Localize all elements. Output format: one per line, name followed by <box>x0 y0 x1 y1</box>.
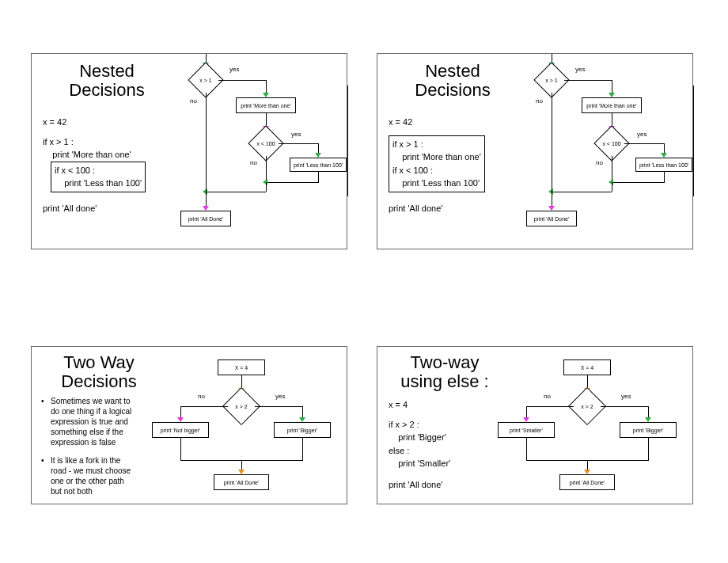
code-block: x = 42 if x > 1 : print 'More than one' … <box>43 116 146 215</box>
code-line: if x < 100 : <box>392 164 481 177</box>
process-all-done: print 'All Done' <box>526 211 577 226</box>
code-line: print 'All done' <box>389 478 450 492</box>
code-line: print 'Less than 100' <box>392 177 481 190</box>
bullet-item: Sometimes we want to do one thing if a l… <box>41 396 136 447</box>
label-yes: yes <box>575 66 585 73</box>
bullet-item: It is like a fork in the road - we must … <box>41 455 136 496</box>
label-no: no <box>544 393 551 400</box>
process-bigger: print 'Bigger' <box>620 422 677 438</box>
process-assign: X = 4 <box>218 359 265 375</box>
slide-title: Two-wayusing else : <box>389 353 500 391</box>
label-no: no <box>596 159 603 166</box>
slide-nested-1: NestedDecisions x = 42 if x > 1 : print … <box>31 53 347 249</box>
decision-x-lt-100: x < 100 <box>599 131 624 156</box>
process-print-less: print 'Less than 100' <box>635 158 692 172</box>
code-block: x = 4 if x > 2 : print 'Bigger' else : p… <box>389 398 450 491</box>
flowchart: x > 1 yes no print 'More than one' x < 1… <box>166 54 348 250</box>
process-print-less: print 'Less than 100' <box>290 158 347 172</box>
process-smaller: print 'Smaller' <box>498 422 555 438</box>
code-line: else : <box>389 444 450 458</box>
code-line: print 'Less than 100' <box>55 177 142 190</box>
arrow-left-icon <box>263 179 267 185</box>
slide-twoway-else: Two-wayusing else : x = 4 if x > 2 : pri… <box>377 346 693 504</box>
decision-x-gt-1: x > 1 <box>539 67 564 93</box>
code-line: x = 42 <box>389 116 485 129</box>
code-line: if x > 2 : <box>389 418 450 432</box>
code-line: if x > 1 : <box>392 138 481 151</box>
decision-x-lt-100: x < 100 <box>253 131 279 156</box>
decision-x-gt-1: x > 1 <box>193 67 218 93</box>
code-line: if x < 100 : <box>55 164 142 177</box>
slide-title: NestedDecisions <box>393 62 512 100</box>
slide-nested-2: NestedDecisions x = 42 if x > 1 : print … <box>377 53 693 249</box>
code-line: print 'Smaller' <box>389 457 450 470</box>
decision-x-gt-2: x > 2 <box>228 393 255 420</box>
label-yes: yes <box>229 66 239 73</box>
process-all-done: print 'All Done' <box>559 474 615 490</box>
label-no: no <box>198 393 205 400</box>
label-yes: yes <box>275 393 285 400</box>
label-no: no <box>190 97 197 105</box>
label-yes: yes <box>637 131 646 138</box>
code-line: print 'All done' <box>389 202 485 215</box>
decision-x-gt-2: x > 2 <box>574 393 601 420</box>
process-not-bigger: print 'Not bigger' <box>152 422 209 438</box>
highlighted-code: if x > 1 : print 'More than one' if x < … <box>389 135 485 192</box>
arrow-left-icon <box>203 188 207 195</box>
code-line: print 'More than one' <box>43 148 146 162</box>
flow-group-box <box>577 122 694 187</box>
flowchart: X = 4 x > 2 no yes print 'Smaller' print… <box>488 353 690 504</box>
process-assign: X = 4 <box>563 359 611 375</box>
highlighted-code: if x < 100 : print 'Less than 100' <box>51 162 146 192</box>
process-print-more: print 'More than one' <box>236 97 296 113</box>
code-line: print 'Bigger' <box>389 431 450 444</box>
code-line: x = 4 <box>389 398 450 412</box>
label-yes: yes <box>621 393 631 400</box>
flow-group-box <box>231 122 348 187</box>
code-line: print 'More than one' <box>392 150 481 164</box>
process-all-done: print 'All Done' <box>214 474 269 490</box>
label-no: no <box>536 97 543 105</box>
process-print-more: print 'More than one' <box>582 97 642 113</box>
code-block: x = 42 if x > 1 : print 'More than one' … <box>389 116 485 215</box>
code-line: if x > 1 : <box>43 135 146 149</box>
process-bigger: print 'Bigger' <box>274 422 331 438</box>
flowchart: X = 4 x > 2 no yes print 'Not bigger' pr… <box>142 353 344 504</box>
flowchart: x > 1 yes no print 'More than one' x < 1… <box>512 54 694 250</box>
label-yes: yes <box>291 131 301 138</box>
slide-title: NestedDecisions <box>47 62 166 100</box>
code-line: x = 42 <box>43 116 146 129</box>
arrow-left-icon <box>609 179 613 185</box>
slide-twoway: Two WayDecisions Sometimes we want to do… <box>31 346 347 504</box>
process-all-done: print 'All Done' <box>180 211 231 226</box>
code-line: print 'All done' <box>43 202 146 215</box>
bullets: Sometimes we want to do one thing if a l… <box>41 396 136 504</box>
label-no: no <box>250 159 257 166</box>
arrow-left-icon <box>548 188 553 195</box>
slide-title: Two WayDecisions <box>44 353 154 391</box>
